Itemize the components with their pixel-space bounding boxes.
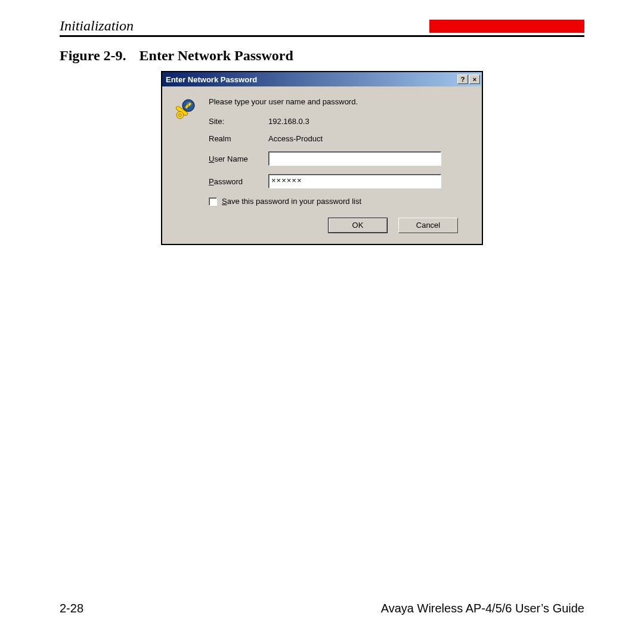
header-accent-bar (429, 20, 584, 33)
figure-title: Enter Network Password (140, 48, 293, 63)
key-icon (173, 97, 209, 123)
svg-point-3 (179, 114, 182, 117)
site-value: 192.168.0.3 (268, 117, 309, 126)
site-label: Site: (209, 117, 268, 126)
figure-caption: Figure 2-9.Enter Network Password (60, 48, 584, 64)
page-header: Initialization (60, 18, 584, 37)
username-input[interactable] (268, 151, 441, 166)
realm-value: Access-Product (268, 134, 323, 143)
figure-number: Figure 2-9. (60, 48, 126, 63)
dialog-title: Enter Network Password (166, 75, 456, 84)
dialog-instruction: Please type your user name and password. (209, 97, 471, 106)
save-password-checkbox[interactable] (209, 197, 217, 206)
help-button[interactable]: ? (457, 75, 468, 84)
cancel-button[interactable]: Cancel (398, 218, 458, 233)
section-title: Initialization (60, 18, 429, 34)
close-button[interactable]: × (469, 75, 480, 84)
ok-button[interactable]: OK (328, 218, 388, 233)
realm-label: Realm (209, 134, 268, 143)
password-dialog: Enter Network Password ? × (161, 71, 483, 245)
page-number: 2-28 (60, 602, 83, 615)
page-footer: 2-28 Avaya Wireless AP-4/5/6 User’s Guid… (60, 602, 584, 615)
dialog-titlebar[interactable]: Enter Network Password ? × (162, 72, 482, 86)
save-password-label: Save this password in your password list (222, 197, 361, 206)
password-input[interactable]: ×××××× (268, 174, 441, 188)
password-label: Password (209, 177, 268, 186)
username-label: User Name (209, 154, 268, 163)
guide-title: Avaya Wireless AP-4/5/6 User’s Guide (83, 602, 584, 615)
